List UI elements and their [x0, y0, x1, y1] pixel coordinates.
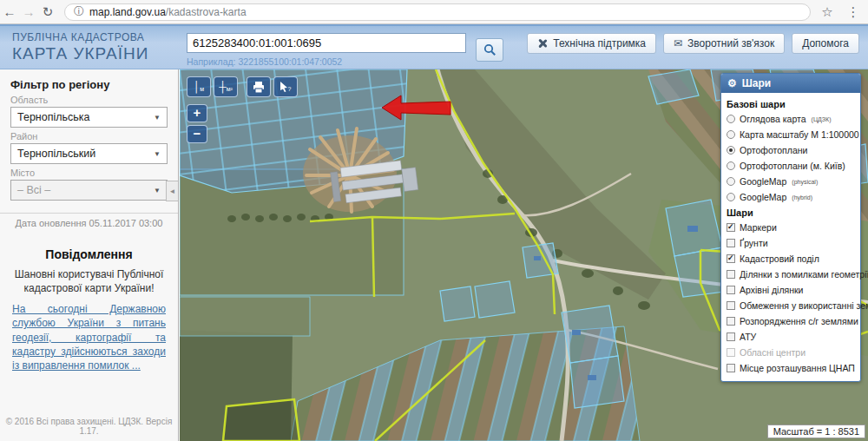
raion-select[interactable]: Тернопільський ▼ [10, 143, 168, 164]
map-scale-indicator: Масштаб = 1 : 8531 [767, 425, 865, 438]
overlay-soils[interactable]: Ґрунти [727, 235, 855, 251]
envelope-icon: ✉ [674, 37, 682, 49]
base-layer-orthophoto[interactable]: Ортофотоплани [727, 142, 855, 158]
zoom-control: + − [187, 104, 207, 143]
base-layer-overview-map[interactable]: Оглядова карта (ЦДЗК) [727, 111, 855, 127]
oblast-value: Тернопільська [17, 111, 90, 123]
base-layer-googlemap-physical[interactable]: GoogleMap (physical) [727, 174, 855, 189]
page-info-icon[interactable]: ⓘ [74, 4, 84, 19]
checkbox-disabled-icon [727, 348, 735, 357]
region-filter-sidebar: Фільтр по регіону Область Тернопільська … [0, 69, 179, 441]
message-link[interactable]: На сьогодні Державною службою України з … [12, 302, 166, 372]
base-layers-heading: Базові шари [727, 99, 855, 109]
oblast-label: Область [10, 95, 168, 105]
raion-value: Тернопільський [17, 148, 95, 160]
measure-length-button[interactable]: │ м [187, 76, 211, 97]
checkbox-checked-icon [727, 223, 735, 232]
help-question-glyph: ? [288, 86, 292, 92]
measure-length-icon: │ [194, 82, 201, 92]
overlay-agri-land-orders[interactable]: Розпорядження с/г землями [727, 313, 855, 329]
reload-icon[interactable]: ↻ [38, 4, 57, 20]
cursor-icon [280, 82, 288, 92]
identify-button[interactable]: ? [273, 76, 298, 97]
feedback-button[interactable]: ✉ Зворотний зв'язок [663, 33, 785, 54]
base-layer-orthophoto-kyiv[interactable]: Ортофотоплани (м. Київ) [727, 158, 855, 174]
overlay-cadastral-division[interactable]: Кадастровий поділ [727, 251, 855, 267]
overlay-cnap-locations[interactable]: Місце розташування ЦНАП [727, 360, 855, 376]
tech-support-label: Технічна підтримка [553, 37, 646, 49]
measure-area-icon: ┼ [219, 82, 227, 92]
chevron-down-icon: ▼ [154, 114, 161, 122]
bookmark-star-icon[interactable]: ☆ [818, 4, 837, 20]
checkbox-icon [727, 301, 735, 310]
overlay-markers[interactable]: Маркери [727, 220, 855, 235]
misto-select[interactable]: – Всі – ▼ [10, 180, 168, 201]
layers-panel-title: Шари [742, 77, 771, 89]
layers-panel: ⚙ Шари Базові шари Оглядова карта (ЦДЗК)… [720, 73, 861, 382]
chevron-down-icon: ▼ [154, 187, 161, 194]
search-button[interactable] [476, 38, 503, 62]
map-toolbar: │ м ┼ м² ? [187, 76, 298, 97]
sidebar-collapse-button[interactable]: ◄ [166, 181, 178, 201]
radio-icon [727, 130, 735, 139]
overlay-atu[interactable]: АТУ [727, 329, 855, 345]
base-layer-scale-100000[interactable]: Карта масштабу М 1:100000 [727, 127, 855, 142]
help-label: Допомога [802, 37, 849, 49]
radio-icon [727, 193, 735, 201]
url-domain: map.land.gov.ua [89, 6, 166, 18]
checkbox-icon [727, 270, 735, 279]
copyright-footer: © 2016 Всі права захищені. ЦДЗК. Версія … [0, 417, 178, 436]
browser-menu-icon[interactable]: ⋮ [844, 4, 863, 20]
overlay-geometry-errors[interactable]: Ділянки з помилками геометрії [727, 267, 855, 282]
app-header: ПУБЛІЧНА КАДАСТРОВА КАРТА УКРАЇНИ Наприк… [0, 24, 868, 69]
site-logo[interactable]: ПУБЛІЧНА КАДАСТРОВА КАРТА УКРАЇНИ [12, 32, 148, 63]
logo-line1: ПУБЛІЧНА КАДАСТРОВА [12, 32, 148, 44]
chevron-down-icon: ▼ [154, 150, 161, 158]
message-title: Повідомлення [0, 247, 178, 261]
gear-icon: ⚙ [727, 77, 737, 89]
search-input[interactable] [187, 33, 466, 53]
address-bar[interactable]: ⓘ map.land.gov.ua/kadastrova-karta [64, 3, 811, 21]
radio-icon [727, 177, 735, 186]
zoom-out-button[interactable]: − [187, 125, 207, 143]
parcel-west-2 [180, 297, 310, 336]
raion-label: Район [10, 131, 168, 142]
overlay-oblast-centers[interactable]: Обласні центри [727, 345, 855, 360]
url-path: /kadastrova-karta [166, 6, 247, 18]
logo-line2: КАРТА УКРАЇНИ [12, 44, 148, 63]
zoom-in-button[interactable]: + [187, 104, 207, 122]
overlay-land-use-restrictions[interactable]: Обмеження у використанні земель [727, 298, 855, 313]
measure-area-button[interactable]: ┼ м² [214, 76, 238, 97]
forward-icon[interactable]: → [19, 4, 38, 19]
misto-value: – Всі – [17, 184, 50, 196]
print-icon [253, 82, 265, 93]
base-layer-googlemap-hybrid[interactable]: GoogleMap (hybrid) [727, 189, 855, 205]
filter-title: Фільтр по регіону [10, 78, 168, 91]
help-button[interactable]: Допомога [792, 33, 859, 54]
checkbox-icon [727, 332, 735, 341]
radio-icon [727, 115, 735, 123]
layers-panel-header[interactable]: ⚙ Шари [721, 74, 860, 93]
tools-icon [537, 38, 548, 49]
overlay-archived-parcels[interactable]: Архівні ділянки [727, 282, 855, 298]
data-update-date: Дата оновлення 05.11.2017 03:00 [0, 213, 178, 228]
overlay-layers-heading: Шари [727, 207, 855, 218]
feedback-label: Зворотний зв'язок [687, 37, 774, 49]
search-example-hint: Наприклад: 3221855100:01:047:0052 [187, 56, 466, 67]
back-icon[interactable]: ← [0, 4, 19, 19]
tech-support-button[interactable]: Технічна підтримка [527, 33, 656, 54]
radio-selected-icon [727, 146, 735, 155]
misto-label: Місто [10, 168, 168, 178]
cadastral-search: Наприклад: 3221855100:01:047:0052 [187, 33, 466, 67]
print-button[interactable] [247, 76, 271, 97]
search-icon [483, 43, 496, 56]
checkbox-icon [727, 364, 735, 372]
checkbox-icon [727, 239, 735, 247]
oblast-select[interactable]: Тернопільська ▼ [10, 107, 168, 128]
checkbox-icon [727, 317, 735, 326]
browser-toolbar: ← → ↻ ⓘ map.land.gov.ua/kadastrova-karta… [0, 0, 868, 24]
radio-icon [727, 161, 735, 170]
message-text: Шановні користувачі Публічної кадастрово… [12, 268, 166, 295]
checkbox-checked-icon [727, 254, 735, 263]
checkbox-icon [727, 286, 735, 294]
